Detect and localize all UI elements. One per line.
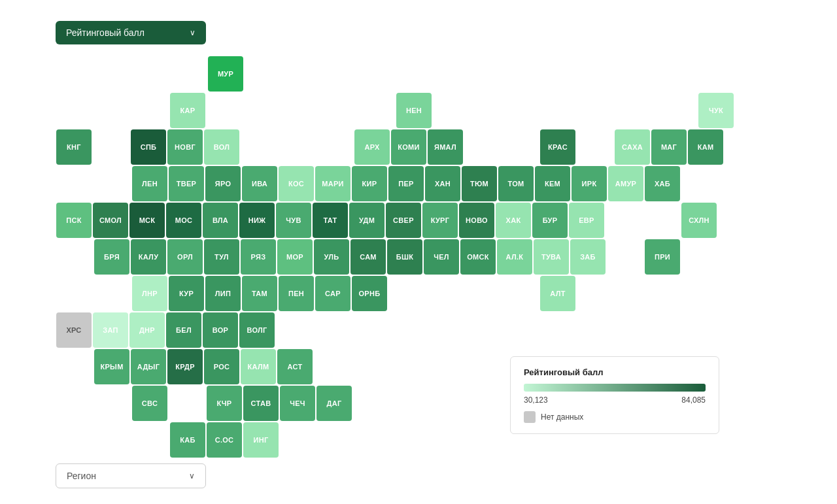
map-cell-НИЖ[interactable]: НИЖ [239,203,275,238]
map-cell-САМ[interactable]: САМ [350,239,386,275]
map-cell-НОВГ[interactable]: НОВГ [167,129,203,165]
map-cell-ТАМ[interactable]: ТАМ [242,276,277,311]
map-cell-МОС[interactable]: МОС [166,203,201,238]
map-cell-УЛЬ[interactable]: УЛЬ [314,239,349,275]
map-cell-ХАК[interactable]: ХАК [496,203,531,238]
region-dropdown[interactable]: Регион ∨ [56,463,206,488]
map-cell-ВЛА[interactable]: ВЛА [203,203,238,238]
map-cell-ТУВА[interactable]: ТУВА [534,239,569,275]
map-cell-КОМИ[interactable]: КОМИ [391,129,426,165]
map-cell-ОМСК[interactable]: ОМСК [460,239,496,275]
spacer-1-4 [207,93,243,128]
map-cell-КРЫМ[interactable]: КРЫМ [94,349,129,384]
map-cell-СПБ[interactable]: СПБ [131,129,166,165]
map-cell-МАРИ[interactable]: МАРИ [315,166,350,201]
map-cell-МСК[interactable]: МСК [129,203,165,238]
map-cell-ЯМАЛ[interactable]: ЯМАЛ [428,129,463,165]
map-cell-СВС[interactable]: СВС [132,386,167,421]
map-cell-ЯРО[interactable]: ЯРО [205,166,241,201]
map-cell-КЕМ[interactable]: КЕМ [535,166,570,201]
map-cell-ЧЕЛ[interactable]: ЧЕЛ [424,239,459,275]
map-cell-ДАГ[interactable]: ДАГ [316,386,352,421]
map-cell-КИР[interactable]: КИР [352,166,387,201]
map-cell-ИРК[interactable]: ИРК [572,166,607,201]
map-cell-ТВЕР[interactable]: ТВЕР [169,166,204,201]
map-cell-ЧУК[interactable]: ЧУК [698,93,734,128]
map-cell-РОС[interactable]: РОС [204,349,239,384]
rating-score-dropdown[interactable]: Рейтинговый балл ∨ [56,21,206,44]
map-cell-СВЕР[interactable]: СВЕР [386,203,421,238]
map-cell-КАР[interactable]: КАР [170,93,205,128]
map-cell-КАМ[interactable]: КАМ [688,129,723,165]
map-cell-ИНГ[interactable]: ИНГ [243,422,279,458]
map-cell-ЗАП[interactable]: ЗАП [93,312,128,348]
map-cell-ПЕН[interactable]: ПЕН [279,276,314,311]
map-cell-УДМ[interactable]: УДМ [349,203,384,238]
map-cell-ЛНР[interactable]: ЛНР [132,276,167,311]
map-cell-АДЫГ[interactable]: АДЫГ [131,349,166,384]
map-cell-ХРС[interactable]: ХРС [56,312,92,348]
map-row-1: КАРНЕНЧУК [56,92,734,129]
map-cell-КАЛМ[interactable]: КАЛМ [241,349,276,384]
map-cell-МАГ[interactable]: МАГ [651,129,687,165]
map-cell-ТОМ[interactable]: ТОМ [498,166,534,201]
map-cell-АРХ[interactable]: АРХ [354,129,390,165]
map-cell-САР[interactable]: САР [315,276,350,311]
legend-nodata-box [524,411,536,423]
map-cell-КУР[interactable]: КУР [169,276,204,311]
map-cell-ТУЛ[interactable]: ТУЛ [204,239,239,275]
map-cell-СХЛН[interactable]: СХЛН [681,203,717,238]
map-row-7: ХРСЗАПДНРБЕЛВОРВОЛГ [56,312,734,348]
map-cell-ПРИ[interactable]: ПРИ [645,239,680,275]
legend-nodata-label: Нет данных [541,412,583,422]
map-cell-АСТ[interactable]: АСТ [277,349,313,384]
map-cell-С.ОС[interactable]: С.ОС [207,422,242,458]
map-cell-ВОЛГ[interactable]: ВОЛГ [239,312,275,348]
map-cell-ЗАБ[interactable]: ЗАБ [570,239,606,275]
map-cell-ВОР[interactable]: ВОР [203,312,238,348]
map-cell-САХА[interactable]: САХА [615,129,650,165]
map-cell-ПСК[interactable]: ПСК [56,203,92,238]
map-cell-ДНР[interactable]: ДНР [129,312,165,348]
map-cell-АМУР[interactable]: АМУР [608,166,643,201]
map-cell-МОР[interactable]: МОР [277,239,313,275]
map-cell-НОВО[interactable]: НОВО [459,203,494,238]
map-cell-ЕВР[interactable]: ЕВР [569,203,604,238]
map-cell-ТЮМ[interactable]: ТЮМ [462,166,497,201]
map-cell-БЕЛ[interactable]: БЕЛ [166,312,201,348]
spacer-1-13 [547,93,583,128]
map-cell-ЧУВ[interactable]: ЧУВ [276,203,311,238]
spacer-0-9 [396,56,433,92]
map-cell-ОРЛ[interactable]: ОРЛ [167,239,203,275]
spacer-0-12 [510,56,547,92]
map-cell-КРДР[interactable]: КРДР [167,349,203,384]
map-cell-ОРНБ[interactable]: ОРНБ [352,276,387,311]
map-cell-ПЕР[interactable]: ПЕР [388,166,424,201]
map-cell-КОС[interactable]: КОС [279,166,314,201]
map-cell-ЛИП[interactable]: ЛИП [205,276,241,311]
map-cell-ЛЕН[interactable]: ЛЕН [132,166,167,201]
map-cell-АЛТ[interactable]: АЛТ [540,276,575,311]
map-cell-КАЛУ[interactable]: КАЛУ [131,239,166,275]
map-cell-БРЯ[interactable]: БРЯ [94,239,129,275]
map-cell-МУР[interactable]: МУР [208,56,243,92]
map-cell-НЕН[interactable]: НЕН [396,93,432,128]
map-cell-КРАС[interactable]: КРАС [540,129,575,165]
map-cell-СМОЛ[interactable]: СМОЛ [93,203,128,238]
map-cell-ТАТ[interactable]: ТАТ [313,203,348,238]
map-cell-ВОЛ[interactable]: ВОЛ [204,129,239,165]
map-cell-ХАН[interactable]: ХАН [425,166,460,201]
map-cell-БУР[interactable]: БУР [532,203,568,238]
map-cell-КЧР[interactable]: КЧР [207,386,242,421]
map-cell-ЧЕЧ[interactable]: ЧЕЧ [280,386,315,421]
map-cell-ХАБ[interactable]: ХАБ [645,166,680,201]
map-cell-РЯЗ[interactable]: РЯЗ [241,239,276,275]
map-cell-АЛ.К[interactable]: АЛ.К [497,239,532,275]
map-cell-ИВА[interactable]: ИВА [242,166,277,201]
map-cell-БШК[interactable]: БШК [387,239,422,275]
spacer-0-7 [320,56,357,92]
map-cell-КНГ[interactable]: КНГ [56,129,92,165]
map-cell-СТАВ[interactable]: СТАВ [243,386,279,421]
map-cell-КАБ[interactable]: КАБ [170,422,205,458]
map-cell-КУРГ[interactable]: КУРГ [422,203,458,238]
